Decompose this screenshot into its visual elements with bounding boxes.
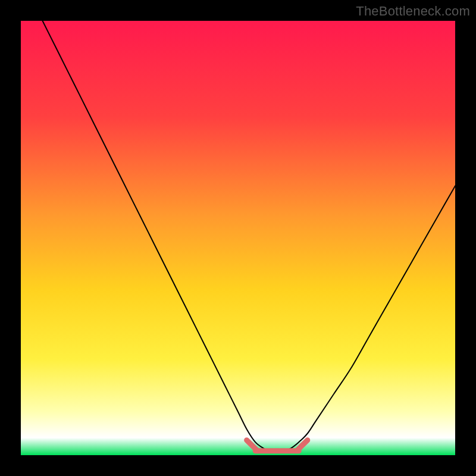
watermark-text: TheBottleneck.com bbox=[356, 4, 470, 19]
chart-frame: TheBottleneck.com bbox=[0, 0, 476, 476]
bottleneck-curve-plot bbox=[21, 21, 455, 455]
gradient-background bbox=[21, 21, 455, 455]
